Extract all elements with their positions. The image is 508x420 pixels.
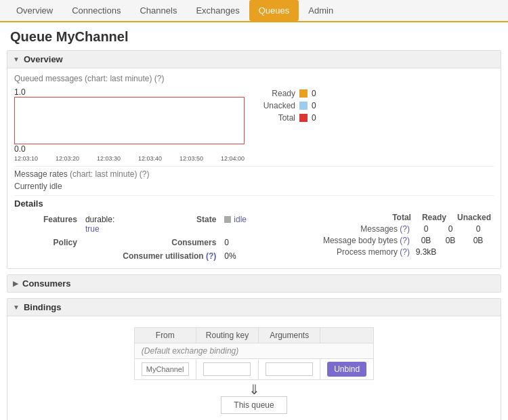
consumers-label: Consumers [119, 236, 220, 249]
page-title-prefix: Queue [10, 29, 52, 44]
chart-legend: Ready 0 Unacked 0 Total 0 [258, 87, 316, 123]
legend-total-label: Total [258, 113, 295, 123]
messages-unacked: 0 [463, 224, 494, 234]
messages-hint[interactable]: (?) [400, 224, 410, 234]
stats-row-body-bytes: Message body bytes (?) 0B 0B 0B [257, 236, 494, 245]
bindings-table-wrap: From Routing key Arguments (Default exch… [14, 322, 494, 420]
bindings-section-body: From Routing key Arguments (Default exch… [7, 316, 501, 420]
divider-1 [14, 166, 494, 167]
body-bytes-total: 0B [414, 236, 438, 245]
durable-link[interactable]: true [85, 224, 100, 234]
policy-value [81, 236, 119, 249]
consumer-util-label: Consumer utilisation (?) [119, 249, 220, 263]
bindings-col-from: From [134, 328, 196, 343]
chart-box [14, 97, 245, 144]
bindings-section-header[interactable]: ▼ Bindings [7, 299, 501, 316]
legend-total-value: 0 [312, 113, 316, 123]
bindings-from-input[interactable] [142, 362, 189, 376]
overview-section-body: Queued messages (chart: last minute) (?)… [7, 68, 501, 268]
consumer-util-value: 0% [220, 249, 251, 263]
consumers-section-header[interactable]: ▶ Consumers [7, 275, 501, 292]
chart-y-min: 0.0 [14, 144, 26, 154]
message-rates-label: Message rates (chart: last minute) (?) [14, 169, 494, 179]
legend-unacked-label: Unacked [258, 101, 295, 110]
bindings-table: From Routing key Arguments (Default exch… [134, 327, 374, 380]
currently-idle: Currently idle [14, 182, 494, 191]
nav-admin[interactable]: Admin [299, 0, 343, 21]
bindings-default-row: (Default exchange binding) [134, 343, 373, 359]
messages-total: 0 [414, 224, 438, 234]
chart-container: 1.0 0.0 12:03:10 12:03:20 12:03:30 12:03… [14, 87, 245, 163]
bindings-col-action [320, 328, 374, 343]
nav-exchanges[interactable]: Exchanges [186, 0, 249, 21]
bindings-toggle-icon: ▼ [13, 303, 20, 311]
process-memory-hint[interactable]: (?) [400, 247, 410, 257]
stats-row-messages: Messages (?) 0 0 0 [257, 224, 494, 234]
legend-ready-value: 0 [312, 89, 316, 98]
divider-2 [14, 195, 494, 196]
nav-connections[interactable]: Connections [62, 0, 130, 21]
body-bytes-hint[interactable]: (?) [400, 236, 410, 245]
body-bytes-ready: 0B [438, 236, 463, 245]
queued-messages-label: Queued messages (chart: last minute) (?) [14, 74, 494, 83]
details-left-table: Features durable: true State idle Policy [14, 213, 251, 263]
bindings-arguments-input[interactable] [266, 362, 313, 376]
arrow-section: ⇓ This queue [134, 380, 374, 419]
overview-section-header[interactable]: ▼ Overview [7, 51, 501, 68]
process-memory-total: 9.3kB [414, 247, 438, 257]
stats-header-total: Total [392, 213, 411, 222]
bindings-binding-row: Unbind [134, 359, 373, 380]
legend-unacked-value: 0 [312, 101, 316, 110]
features-value: durable: true [81, 213, 119, 236]
stats-header-ready: Ready [422, 213, 446, 222]
nav-overview[interactable]: Overview [7, 0, 62, 21]
bindings-arguments-value [259, 359, 320, 380]
nav-queues[interactable]: Queues [249, 0, 299, 21]
stats-row-process-memory: Process memory (?) 9.3kB [257, 247, 494, 257]
bindings-table-body: (Default exchange binding) [134, 343, 373, 380]
state-idle: idle [224, 215, 247, 224]
bindings-routing-key-input[interactable] [203, 362, 251, 376]
details-features-row: Features durable: true State idle [14, 213, 251, 236]
bindings-col-routing-key: Routing key [196, 328, 258, 343]
legend-ready: Ready 0 [258, 89, 316, 98]
unbind-button[interactable]: Unbind [327, 362, 366, 377]
bindings-default-label: (Default exchange binding) [134, 343, 373, 359]
state-idle-link[interactable]: idle [234, 215, 247, 224]
policy-label: Policy [14, 236, 81, 249]
page-title-name: MyChannel [56, 29, 129, 44]
bindings-content: From Routing key Arguments (Default exch… [134, 327, 374, 419]
state-value: idle [220, 213, 251, 236]
arrow-down-icon: ⇓ [249, 383, 260, 396]
legend-total-color [299, 114, 308, 122]
consumers-count: 0 [220, 236, 251, 249]
bindings-routing-key-value [196, 359, 258, 380]
nav-channels[interactable]: Channels [130, 0, 186, 21]
legend-ready-label: Ready [258, 89, 295, 98]
details-title: Details [14, 198, 494, 209]
legend-ready-color [299, 89, 308, 98]
body-bytes-unacked: 0B [463, 236, 494, 245]
state-label: State [119, 213, 220, 236]
chart-area: 1.0 0.0 12:03:10 12:03:20 12:03:30 12:03… [14, 87, 494, 163]
legend-total: Total 0 [258, 113, 316, 123]
stats-messages-label: Messages (?) [257, 224, 414, 234]
state-dot [224, 216, 231, 223]
navigation: Overview Connections Channels Exchanges … [0, 0, 508, 22]
stats-body-bytes-label: Message body bytes (?) [257, 236, 414, 245]
features-label: Features [14, 213, 81, 236]
bindings-action-cell: Unbind [320, 359, 374, 380]
bindings-col-arguments: Arguments [259, 328, 320, 343]
details-stats: Total Ready Unacked Messages (?) 0 0 0 [257, 213, 494, 263]
stats-headers: Total Ready Unacked [257, 213, 494, 224]
consumers-section-label: Consumers [22, 278, 71, 289]
bindings-header-row: From Routing key Arguments [134, 328, 373, 343]
consumers-toggle-icon: ▶ [13, 280, 18, 287]
legend-unacked-color [299, 102, 308, 110]
chart-x-labels: 12:03:10 12:03:20 12:03:30 12:03:40 12:0… [14, 154, 245, 163]
details-policy-row: Policy Consumers 0 [14, 236, 251, 249]
bindings-table-head: From Routing key Arguments [134, 328, 373, 343]
details-area: Features durable: true State idle Policy [14, 213, 494, 263]
consumer-util-hint[interactable]: (?) [206, 251, 216, 261]
details-consumer-util-row: Consumer utilisation (?) 0% [14, 249, 251, 263]
